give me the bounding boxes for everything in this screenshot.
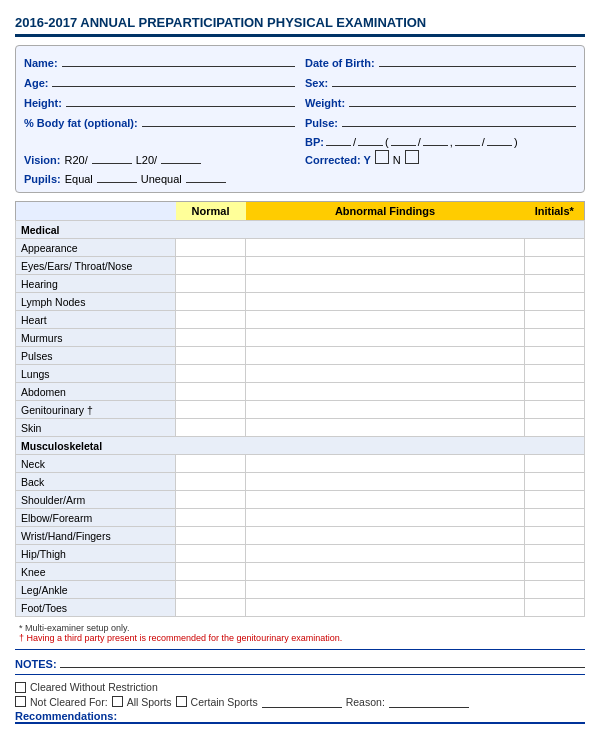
exam-row-abnormal[interactable] [246,293,525,311]
name-row: Name: [24,52,295,70]
exam-row-abnormal[interactable] [246,239,525,257]
exam-row-initials[interactable] [525,599,585,617]
exam-row-normal[interactable] [176,419,246,437]
exam-row-normal[interactable] [176,599,246,617]
exam-row-initials[interactable] [525,347,585,365]
exam-row-normal[interactable] [176,311,246,329]
bp-field-3[interactable] [391,132,416,146]
footnote-1: * Multi-examiner setup only. [19,623,585,633]
corrected-row: Corrected: Y N [305,150,576,166]
exam-row-initials[interactable] [525,491,585,509]
exam-row-abnormal[interactable] [246,311,525,329]
exam-row-normal[interactable] [176,257,246,275]
notes-field[interactable] [60,654,585,668]
exam-row-abnormal[interactable] [246,365,525,383]
corrected-y-box[interactable] [375,150,389,164]
weight-field[interactable] [349,93,576,107]
exam-row-label: Skin [16,419,176,437]
exam-row-abnormal[interactable] [246,473,525,491]
exam-row-normal[interactable] [176,491,246,509]
exam-row-abnormal[interactable] [246,329,525,347]
exam-row-initials[interactable] [525,473,585,491]
pulse-field[interactable] [342,113,576,127]
vision-l-field[interactable] [161,150,201,164]
exam-row-initials[interactable] [525,545,585,563]
exam-row-initials[interactable] [525,509,585,527]
vision-r-field[interactable] [92,150,132,164]
exam-row-initials[interactable] [525,293,585,311]
not-cleared-label: Not Cleared For: [30,696,108,708]
exam-row-abnormal[interactable] [246,545,525,563]
exam-row-abnormal[interactable] [246,257,525,275]
height-field[interactable] [66,93,295,107]
exam-row-normal[interactable] [176,383,246,401]
bp-field-1[interactable] [326,132,351,146]
footnote-2: † Having a third party present is recomm… [19,633,585,643]
exam-row-initials[interactable] [525,365,585,383]
cleared-checkbox[interactable] [15,682,26,693]
exam-row-abnormal[interactable] [246,275,525,293]
exam-row-normal[interactable] [176,581,246,599]
exam-row-normal[interactable] [176,239,246,257]
exam-row-initials[interactable] [525,581,585,599]
corrected-n-box[interactable] [405,150,419,164]
exam-row-normal[interactable] [176,563,246,581]
exam-row-normal[interactable] [176,473,246,491]
col-initials-header: Initials* [525,202,585,221]
not-cleared-checkbox[interactable] [15,696,26,707]
bp-field-4[interactable] [423,132,448,146]
exam-row-initials[interactable] [525,239,585,257]
certain-sports-field[interactable] [262,695,342,708]
exam-row-normal[interactable] [176,455,246,473]
bp-field-6[interactable] [487,132,512,146]
exam-row-normal[interactable] [176,545,246,563]
exam-row-normal[interactable] [176,527,246,545]
body-fat-field[interactable] [142,113,295,127]
exam-row-abnormal[interactable] [246,491,525,509]
col-normal-header: Normal [176,202,246,221]
all-sports-label: All Sports [127,696,172,708]
exam-row-initials[interactable] [525,329,585,347]
exam-row-normal[interactable] [176,401,246,419]
exam-row-normal[interactable] [176,347,246,365]
exam-row-abnormal[interactable] [246,401,525,419]
weight-label: Weight: [305,97,345,109]
bp-label: BP: [305,136,324,148]
exam-row-initials[interactable] [525,383,585,401]
exam-row-initials[interactable] [525,419,585,437]
exam-row-initials[interactable] [525,311,585,329]
exam-row-initials[interactable] [525,455,585,473]
exam-row-initials[interactable] [525,257,585,275]
exam-row-abnormal[interactable] [246,383,525,401]
exam-row-initials[interactable] [525,527,585,545]
col-abnormal-header: Abnormal Findings [246,202,525,221]
all-sports-checkbox[interactable] [112,696,123,707]
exam-row-abnormal[interactable] [246,455,525,473]
exam-row-abnormal[interactable] [246,527,525,545]
pupils-unequal-field[interactable] [186,169,226,183]
exam-row-abnormal[interactable] [246,581,525,599]
exam-row-normal[interactable] [176,329,246,347]
dob-field[interactable] [379,53,576,67]
exam-row-abnormal[interactable] [246,419,525,437]
cleared-row: Cleared Without Restriction [15,681,585,693]
exam-row-normal[interactable] [176,365,246,383]
certain-sports-checkbox[interactable] [176,696,187,707]
exam-row-initials[interactable] [525,563,585,581]
exam-row-normal[interactable] [176,275,246,293]
name-field[interactable] [62,53,295,67]
bp-field-5[interactable] [455,132,480,146]
sex-field[interactable] [332,73,576,87]
pupils-equal-field[interactable] [97,169,137,183]
exam-row-normal[interactable] [176,509,246,527]
exam-row-abnormal[interactable] [246,599,525,617]
bp-field-2[interactable] [358,132,383,146]
exam-row-initials[interactable] [525,275,585,293]
exam-row-abnormal[interactable] [246,509,525,527]
reason-field[interactable] [389,695,469,708]
exam-row-abnormal[interactable] [246,347,525,365]
exam-row-abnormal[interactable] [246,563,525,581]
exam-row-initials[interactable] [525,401,585,419]
age-field[interactable] [52,73,295,87]
exam-row-normal[interactable] [176,293,246,311]
